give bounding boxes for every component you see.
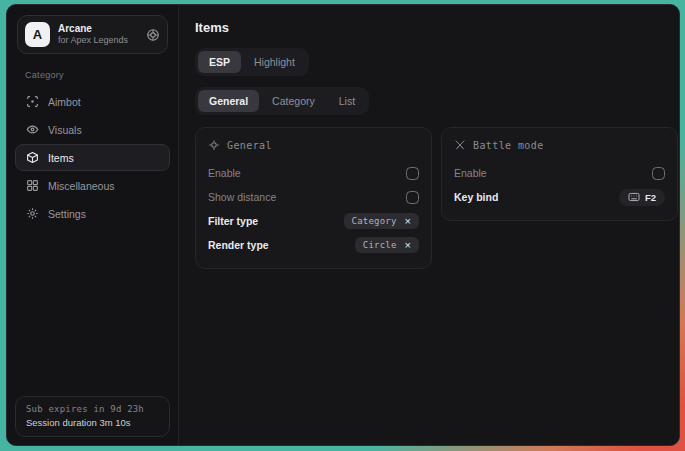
app-window: A Arcane for Apex Legends Category bbox=[6, 4, 680, 446]
sidebar-item-label: Items bbox=[48, 152, 74, 164]
clear-icon[interactable]: × bbox=[405, 216, 411, 227]
tab-highlight[interactable]: Highlight bbox=[243, 51, 306, 73]
crosshair-icon bbox=[26, 95, 39, 108]
brand-subtitle: for Apex Legends bbox=[58, 35, 128, 47]
render-type-select[interactable]: Circle × bbox=[355, 237, 419, 253]
sub-expiry-text: Sub expires in 9d 23h bbox=[26, 404, 159, 414]
tab-category[interactable]: Category bbox=[261, 90, 326, 112]
session-duration-text: Session duration 3m 10s bbox=[26, 417, 159, 428]
sidebar: A Arcane for Apex Legends Category bbox=[7, 5, 179, 445]
mode-tabs: ESP Highlight bbox=[195, 48, 309, 76]
swords-icon bbox=[454, 139, 466, 151]
sidebar-item-label: Settings bbox=[48, 208, 86, 220]
panel-general: General Enable Show distance Filter type… bbox=[195, 127, 432, 269]
sidebar-section-label: Category bbox=[25, 70, 160, 80]
sidebar-item-miscellaneous[interactable]: Miscellaneous bbox=[15, 172, 170, 199]
mode-tab-row: ESP Highlight bbox=[195, 48, 678, 76]
sidebar-nav: Aimbot Visuals Items bbox=[15, 88, 170, 227]
setting-row-show-distance: Show distance bbox=[208, 185, 419, 209]
select-value: Category bbox=[352, 216, 397, 226]
battle-enable-checkbox[interactable] bbox=[652, 167, 665, 180]
sidebar-item-aimbot[interactable]: Aimbot bbox=[15, 88, 170, 115]
setting-row-filter-type: Filter type Category × bbox=[208, 209, 419, 233]
crosshair-settings-icon bbox=[208, 139, 220, 151]
tab-general[interactable]: General bbox=[198, 90, 259, 112]
clear-icon[interactable]: × bbox=[405, 240, 411, 251]
setting-row-key-bind: Key bind F2 bbox=[454, 185, 665, 209]
sidebar-item-label: Aimbot bbox=[48, 96, 81, 108]
tab-esp[interactable]: ESP bbox=[198, 51, 241, 73]
lifebuoy-icon[interactable] bbox=[146, 28, 160, 42]
view-tabs: General Category List bbox=[195, 87, 369, 115]
gear-icon bbox=[26, 207, 39, 220]
setting-label: Filter type bbox=[208, 215, 258, 227]
filter-type-select[interactable]: Category × bbox=[344, 213, 419, 229]
brand-card: A Arcane for Apex Legends bbox=[17, 15, 168, 54]
grid-icon bbox=[26, 179, 39, 192]
brand-text: Arcane for Apex Legends bbox=[58, 23, 128, 47]
sidebar-item-label: Visuals bbox=[48, 124, 82, 136]
setting-label: Show distance bbox=[208, 191, 276, 203]
subscription-card: Sub expires in 9d 23h Session duration 3… bbox=[15, 396, 170, 437]
select-value: Circle bbox=[363, 240, 397, 250]
sidebar-item-settings[interactable]: Settings bbox=[15, 200, 170, 227]
setting-row-enable: Enable bbox=[454, 161, 665, 185]
setting-label: Key bind bbox=[454, 191, 498, 203]
brand-name: Arcane bbox=[58, 23, 128, 35]
sidebar-item-label: Miscellaneous bbox=[48, 180, 115, 192]
panel-battle-mode-header: Battle mode bbox=[454, 139, 665, 151]
panels: General Enable Show distance Filter type… bbox=[195, 127, 678, 269]
package-icon bbox=[26, 151, 39, 164]
panel-battle-mode: Battle mode Enable Key bind bbox=[441, 127, 678, 221]
brand-logo: A bbox=[25, 22, 50, 47]
setting-label: Enable bbox=[208, 167, 241, 179]
eye-icon bbox=[26, 123, 39, 136]
setting-label: Enable bbox=[454, 167, 487, 179]
sidebar-item-items[interactable]: Items bbox=[15, 144, 170, 171]
show-distance-checkbox[interactable] bbox=[406, 191, 419, 204]
page-title: Items bbox=[195, 20, 678, 35]
setting-label: Render type bbox=[208, 239, 269, 251]
panel-general-header: General bbox=[208, 139, 419, 151]
panel-title: General bbox=[227, 140, 272, 151]
keybind-button[interactable]: F2 bbox=[619, 189, 665, 206]
sidebar-item-visuals[interactable]: Visuals bbox=[15, 116, 170, 143]
setting-row-enable: Enable bbox=[208, 161, 419, 185]
keyboard-icon bbox=[628, 192, 640, 202]
main-content: Items ESP Highlight General Category Lis… bbox=[179, 5, 680, 445]
panel-title: Battle mode bbox=[473, 140, 544, 151]
enable-checkbox[interactable] bbox=[406, 167, 419, 180]
view-tab-row: General Category List bbox=[195, 87, 678, 115]
setting-row-render-type: Render type Circle × bbox=[208, 233, 419, 257]
keybind-value: F2 bbox=[645, 192, 656, 203]
tab-list[interactable]: List bbox=[328, 90, 366, 112]
